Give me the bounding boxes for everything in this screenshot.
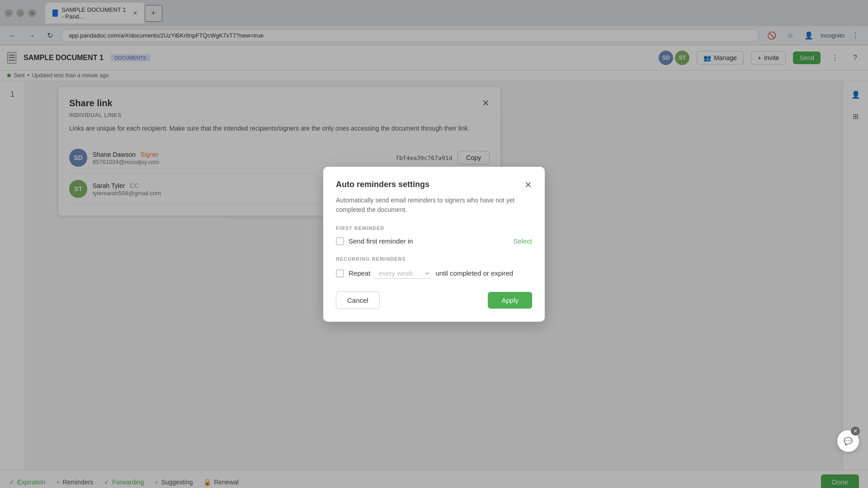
modal-close-button[interactable]: ✕ [524,179,532,190]
apply-button[interactable]: Apply [488,292,532,309]
modal-footer: Cancel Apply [336,291,532,309]
first-reminder-select-link[interactable]: Select [513,237,532,245]
cancel-button[interactable]: Cancel [336,291,380,309]
recurring-section-title: RECURRING REMINDERS [336,256,532,262]
chat-close-icon[interactable]: ✕ [851,427,860,436]
until-label: until completed or expired [435,269,513,277]
first-reminder-label: Send first reminder in [349,237,509,245]
first-reminder-row: Send first reminder in Select [336,237,532,245]
modal-description: Automatically send email reminders to si… [336,196,532,215]
week-select[interactable]: every week every 2 weeks every month [375,268,431,279]
recurring-reminder-row: Repeat every week every 2 weeks every mo… [336,268,532,279]
modal-title: Auto reminders settings [336,180,429,189]
modal-header: Auto reminders settings ✕ [336,179,532,190]
first-reminder-checkbox[interactable] [336,237,344,245]
modal-overlay: Auto reminders settings ✕ Automatically … [0,0,868,488]
chat-icon: 💬 [844,437,853,446]
recurring-reminder-checkbox[interactable] [336,269,344,277]
repeat-label: Repeat [349,269,370,277]
auto-reminders-modal: Auto reminders settings ✕ Automatically … [323,167,545,322]
first-reminder-section-title: FIRST REMINDER [336,225,532,231]
